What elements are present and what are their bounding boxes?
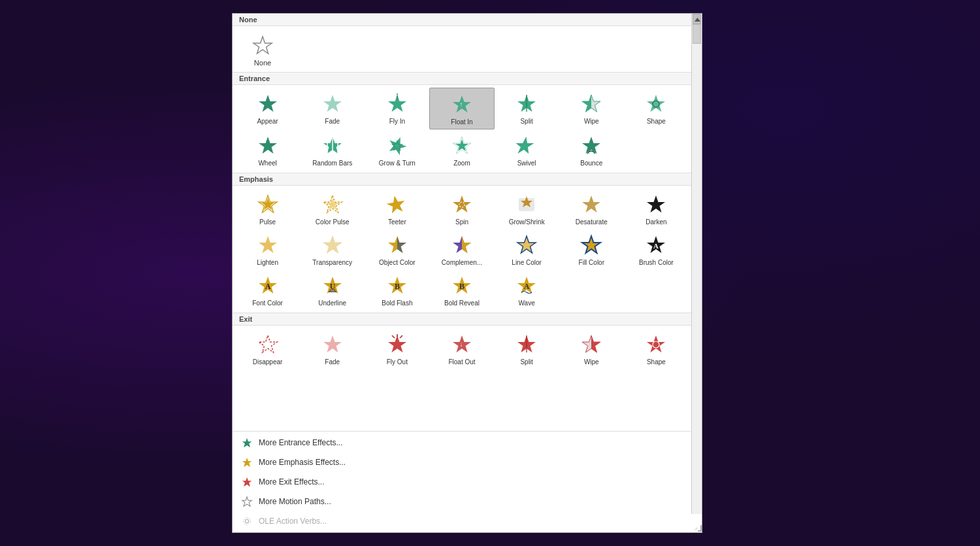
- desaturate-item[interactable]: Desaturate: [559, 188, 624, 229]
- wipe-label: Wipe: [584, 118, 599, 126]
- spin-item[interactable]: Spin: [429, 188, 494, 229]
- grow-shrink-item[interactable]: Grow/Shrink: [495, 188, 559, 229]
- scroll-up-arrow[interactable]: [693, 14, 701, 24]
- object-color-item[interactable]: Object Color: [365, 229, 429, 269]
- font-color-item[interactable]: A Font Color: [235, 269, 300, 310]
- fade-label: Fade: [325, 118, 340, 126]
- teeter-icon: [385, 192, 410, 217]
- svg-text:U: U: [329, 282, 335, 291]
- darken-item[interactable]: Darken: [624, 188, 689, 229]
- shape-out-icon: [644, 332, 668, 357]
- appear-label: Appear: [257, 118, 278, 126]
- float-out-item[interactable]: ↓ Float Out: [429, 328, 494, 369]
- pulse-icon: [255, 192, 280, 217]
- more-entrance-star: [240, 436, 253, 449]
- wheel-item[interactable]: Wheel: [235, 129, 300, 170]
- appear-item[interactable]: Appear: [235, 88, 300, 129]
- exit-section-header: Exit: [233, 313, 702, 326]
- shape-icon: [644, 92, 668, 116]
- split-item[interactable]: Split: [495, 88, 559, 129]
- color-pulse-item[interactable]: Color Pulse: [300, 188, 365, 229]
- bold-flash-item[interactable]: B Bold Flash: [365, 269, 429, 310]
- svg-marker-77: [242, 477, 252, 486]
- split-out-item[interactable]: Split: [495, 328, 559, 369]
- swivel-item[interactable]: Swivel: [495, 129, 559, 170]
- fade-icon: [320, 92, 345, 116]
- teeter-label: Teeter: [388, 218, 406, 226]
- none-star-icon: [251, 34, 274, 58]
- more-motion-paths[interactable]: More Motion Paths...: [233, 492, 702, 511]
- svg-marker-0: [694, 18, 700, 22]
- fly-out-item[interactable]: Fly Out: [365, 328, 429, 369]
- float-in-item[interactable]: ↑ Float In: [429, 88, 494, 129]
- bold-reveal-item[interactable]: B Bold Reveal: [429, 269, 494, 310]
- scrollbar-thumb[interactable]: [693, 24, 701, 44]
- svg-marker-59: [259, 335, 277, 352]
- ole-action-verbs[interactable]: OLE Action Verbs...: [233, 511, 702, 531]
- transparency-item[interactable]: Transparency: [300, 229, 365, 269]
- svg-marker-42: [462, 236, 471, 253]
- more-entrance-effects[interactable]: More Entrance Effects...: [233, 433, 702, 452]
- appear-icon: [255, 92, 280, 116]
- svg-marker-20: [386, 134, 409, 156]
- shape-item[interactable]: Shape: [624, 88, 689, 129]
- wheel-label: Wheel: [258, 160, 276, 167]
- zoom-item[interactable]: Zoom: [429, 129, 494, 170]
- wipe-out-label: Wipe: [584, 358, 599, 366]
- fade-item[interactable]: Fade: [300, 88, 365, 129]
- float-in-label: Float In: [451, 118, 472, 126]
- wave-item[interactable]: A Wave: [495, 269, 559, 310]
- scrollbar-bottom: [691, 424, 702, 514]
- wipe-out-item[interactable]: Wipe: [559, 328, 624, 369]
- lighten-label: Lighten: [257, 259, 278, 267]
- bold-reveal-label: Bold Reveal: [444, 299, 480, 307]
- more-emphasis-effects[interactable]: More Emphasis Effects...: [233, 452, 702, 472]
- svg-text:A: A: [653, 242, 659, 250]
- fade-out-icon: [320, 332, 345, 357]
- line-color-item[interactable]: Line Color: [495, 229, 559, 269]
- brush-color-label: Brush Color: [639, 259, 674, 267]
- none-section: None: [233, 26, 702, 72]
- svg-text:↓: ↓: [459, 341, 463, 348]
- lighten-item[interactable]: Lighten: [235, 229, 300, 269]
- complementary-item[interactable]: Complemen...: [429, 229, 494, 269]
- none-item[interactable]: None: [243, 31, 282, 69]
- teeter-item[interactable]: Teeter: [365, 188, 429, 229]
- animation-panel: None None Entrance: [232, 13, 702, 533]
- svg-marker-30: [385, 194, 406, 214]
- shape-out-item[interactable]: Shape: [624, 328, 689, 369]
- pulse-item[interactable]: Pulse: [235, 188, 300, 229]
- wheel-icon: [255, 133, 280, 158]
- brush-color-item[interactable]: A Brush Color: [624, 229, 689, 269]
- float-out-label: Float Out: [448, 358, 475, 366]
- more-exit-effects[interactable]: More Exit Effects...: [233, 472, 702, 492]
- resize-handle[interactable]: [694, 524, 702, 532]
- svg-marker-76: [242, 458, 252, 467]
- wipe-icon: [579, 92, 604, 116]
- underline-item[interactable]: U Underline: [300, 269, 365, 310]
- random-bars-item[interactable]: Random Bars: [300, 129, 365, 170]
- more-motion-label: More Motion Paths...: [259, 497, 331, 506]
- fly-in-item[interactable]: Fly In: [365, 88, 429, 129]
- more-entrance-label: More Entrance Effects...: [259, 438, 343, 447]
- emphasis-row1: Pulse Color Pulse: [235, 188, 689, 229]
- fly-out-icon: [385, 332, 410, 357]
- svg-marker-72: [647, 335, 665, 352]
- fade-out-item[interactable]: Fade: [300, 328, 365, 369]
- more-emphasis-star: [240, 456, 253, 469]
- fill-color-icon: [579, 233, 604, 258]
- bounce-item[interactable]: Bounce: [559, 129, 624, 170]
- fill-color-item[interactable]: Fill Color: [559, 229, 624, 269]
- color-pulse-label: Color Pulse: [316, 218, 350, 226]
- fill-color-label: Fill Color: [579, 259, 604, 267]
- disappear-item[interactable]: Disappear: [235, 328, 300, 369]
- color-pulse-icon: [320, 192, 345, 217]
- bounce-label: Bounce: [580, 160, 602, 167]
- svg-marker-43: [517, 236, 536, 253]
- grow-turn-item[interactable]: Grow & Turn: [365, 129, 429, 170]
- svg-text:↑: ↑: [459, 101, 463, 108]
- scrollbar[interactable]: [691, 14, 702, 424]
- entrance-items: Appear Fade: [235, 88, 689, 129]
- bold-reveal-icon: B: [449, 273, 474, 298]
- wipe-item[interactable]: Wipe: [559, 88, 624, 129]
